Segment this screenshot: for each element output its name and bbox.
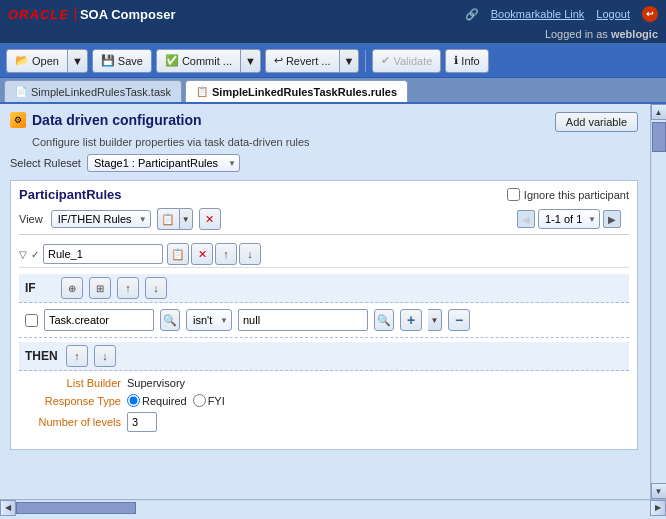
commit-dropdown-button[interactable]: ▼ [240,49,261,73]
then-list-builder-row: List Builder Supervisory [31,377,617,389]
revert-btn-group: ↩ Revert ... ▼ [265,49,360,73]
scroll-up-button[interactable]: ▲ [651,104,667,120]
then-down-btn[interactable]: ↓ [94,345,116,367]
tab-rules-icon: 📋 [196,86,208,97]
horizontal-scrollbar[interactable]: ◀ ▶ [0,499,666,515]
scroll-left-button[interactable]: ◀ [0,500,16,516]
condition-field-search-btn[interactable]: 🔍 [160,309,180,331]
then-label: THEN [25,349,60,363]
view-toolbar: View IF/THEN Rules ▼ 📋 ▼ ✕ ◀ [19,208,629,235]
info-button[interactable]: ℹ Info [445,49,488,73]
response-type-radio-group: Required FYI [127,394,225,407]
condition-value-search-btn[interactable]: 🔍 [374,309,394,331]
ignore-checkbox-row: Ignore this participant [507,188,629,201]
config-header: ⚙ Data driven configuration Add variable [10,112,638,132]
condition-value-input[interactable] [238,309,368,331]
rule-expand-toggle[interactable]: ▽ [19,249,27,260]
oracle-logo-text: ORACLE [8,7,76,22]
rule-name-input[interactable] [43,244,163,264]
delete-row-button[interactable]: ✕ [199,208,221,230]
condition-add-dropdown[interactable]: ▼ [428,309,442,331]
rule-up-btn[interactable]: ↑ [215,243,237,265]
bookmarkable-link[interactable]: Bookmarkable Link [491,8,585,20]
open-dropdown-button[interactable]: ▼ [67,49,88,73]
page-select-wrapper: 1-1 of 1 ▼ [538,209,600,229]
revert-dropdown-button[interactable]: ▼ [339,49,360,73]
config-title: Data driven configuration [32,112,202,128]
condition-field-input[interactable] [44,309,154,331]
open-btn-group: 📂 Open ▼ [6,49,88,73]
ruleset-select[interactable]: Stage1 : ParticipantRules [87,154,240,172]
rules-panel: ParticipantRules Ignore this participant… [10,180,638,450]
rule-collapse-toggle[interactable]: ✓ [31,249,39,260]
scroll-right-button[interactable]: ▶ [650,500,666,516]
tab-rules[interactable]: 📋 SimpleLinkedRulesTaskRules.rules [185,80,408,102]
if-label: IF [25,281,55,295]
scroll-track [652,120,666,483]
ignore-label: Ignore this participant [524,189,629,201]
logout-icon: ↩ [642,6,658,22]
nav-prev-button[interactable]: ◀ [517,210,535,228]
fyi-radio[interactable] [193,394,206,407]
condition-checkbox[interactable] [25,314,38,327]
info-icon: ℹ [454,54,458,67]
then-header: THEN ↑ ↓ [19,342,629,371]
revert-button[interactable]: ↩ Revert ... [265,49,339,73]
view-select[interactable]: IF/THEN Rules [51,210,151,228]
toolbar-divider [365,50,366,72]
config-description: Configure list builder properties via ta… [32,136,638,148]
page-select[interactable]: 1-1 of 1 [538,209,600,229]
commit-button[interactable]: ✅ Commit ... [156,49,240,73]
validate-icon: ✔ [381,54,390,67]
rule-delete-btn[interactable]: ✕ [191,243,213,265]
ignore-checkbox[interactable] [507,188,520,201]
h-scroll-track [16,501,650,515]
h-scroll-thumb[interactable] [16,502,136,514]
vertical-scrollbar[interactable]: ▲ ▼ [650,104,666,499]
scroll-down-button[interactable]: ▼ [651,483,667,499]
rule-add-btn[interactable]: 📋 [167,243,189,265]
if-up-btn[interactable]: ↑ [117,277,139,299]
add-row-button[interactable]: 📋 [157,208,179,230]
validate-button[interactable]: ✔ Validate [372,49,441,73]
rule-down-btn[interactable]: ↓ [239,243,261,265]
soa-title: SOA Composer [80,7,176,22]
rules-panel-title: ParticipantRules [19,187,122,202]
then-section: THEN ↑ ↓ List Builder Supervisory Respon… [19,342,629,443]
logout-link[interactable]: Logout [596,8,630,20]
then-levels-row: Number of levels [31,412,617,432]
list-builder-value: Supervisory [127,377,185,389]
required-radio[interactable] [127,394,140,407]
commit-icon: ✅ [165,54,179,67]
then-body: List Builder Supervisory Response Type R… [19,371,629,443]
tab-task[interactable]: 📄 SimpleLinkedRulesTask.task [4,80,182,102]
save-button[interactable]: 💾 Save [92,49,152,73]
fyi-radio-label[interactable]: FYI [193,394,225,407]
add-row-btn-group: 📋 ▼ [157,208,193,230]
nav-next-button[interactable]: ▶ [603,210,621,228]
tabs-bar: 📄 SimpleLinkedRulesTask.task 📋 SimpleLin… [0,78,666,104]
if-add-group-btn[interactable]: ⊞ [89,277,111,299]
fyi-radio-text: FYI [208,395,225,407]
if-condition-row: 🔍 isn't ▼ 🔍 + ▼ − [19,303,629,338]
config-icon: ⚙ [10,112,26,128]
rules-panel-header: ParticipantRules Ignore this participant [19,187,629,202]
levels-input[interactable] [127,412,157,432]
condition-add-btn[interactable]: + [400,309,422,331]
add-variable-button[interactable]: Add variable [555,112,638,132]
condition-remove-btn[interactable]: − [448,309,470,331]
scroll-thumb[interactable] [652,122,666,152]
if-down-btn[interactable]: ↓ [145,277,167,299]
tab-task-label: SimpleLinkedRulesTask.task [31,86,171,98]
condition-op-select[interactable]: isn't [186,309,232,331]
rules-content: ⚙ Data driven configuration Add variable… [0,104,666,458]
add-row-dropdown[interactable]: ▼ [179,208,193,230]
ruleset-row: Select Ruleset Stage1 : ParticipantRules… [10,154,638,172]
ruleset-label: Select Ruleset [10,157,81,169]
then-up-btn[interactable]: ↑ [66,345,88,367]
open-button[interactable]: 📂 Open [6,49,67,73]
link-icon: 🔗 [465,8,479,21]
if-add-condition-btn[interactable]: ⊕ [61,277,83,299]
tab-rules-label: SimpleLinkedRulesTaskRules.rules [212,86,397,98]
required-radio-label[interactable]: Required [127,394,187,407]
